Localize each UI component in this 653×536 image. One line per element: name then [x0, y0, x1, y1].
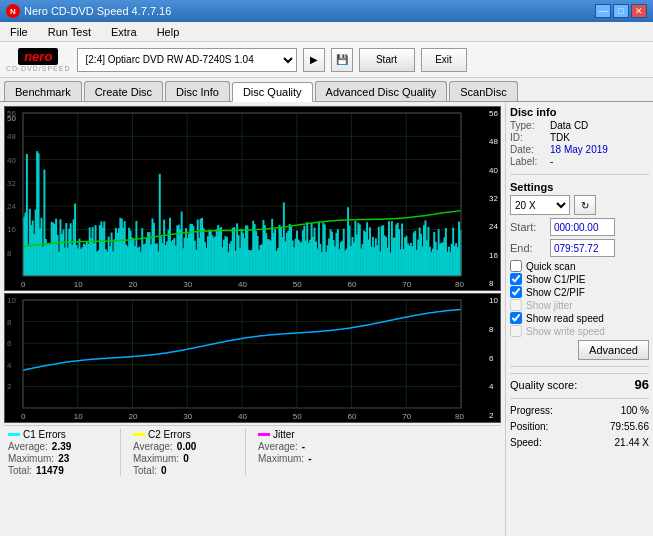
show-jitter-checkbox[interactable]	[510, 299, 522, 311]
c1-max-value: 23	[58, 453, 69, 464]
position-value: 79:55.66	[610, 421, 649, 432]
jitter-color-indicator	[258, 433, 270, 436]
chart-area: 56 48 40 32 24 16 8 10 8 6 4 2	[0, 102, 505, 536]
maximize-button[interactable]: □	[613, 4, 629, 18]
title-bar: N Nero CD-DVD Speed 4.7.7.16 — □ ✕	[0, 0, 653, 22]
close-button[interactable]: ✕	[631, 4, 647, 18]
show-c2-pif-checkbox[interactable]	[510, 286, 522, 298]
divider-2	[510, 366, 649, 367]
bottom-chart-canvas	[5, 294, 483, 422]
menu-extra[interactable]: Extra	[105, 24, 143, 40]
start-time-row: Start:	[510, 218, 649, 236]
c2-avg-label: Average:	[133, 441, 173, 452]
bottom-chart-y-labels: 10 8 6 4 2	[489, 294, 498, 422]
legend-sep-2	[245, 429, 246, 476]
c2-label: C2 Errors	[148, 429, 191, 440]
toolbar: nero CD·DVD/SPEED [2:4] Optiarc DVD RW A…	[0, 42, 653, 78]
divider-3	[510, 398, 649, 399]
tab-advanced-disc-quality[interactable]: Advanced Disc Quality	[315, 81, 448, 101]
main-content: 56 48 40 32 24 16 8 10 8 6 4 2	[0, 102, 653, 536]
show-write-speed-label: Show write speed	[526, 326, 605, 337]
drive-select[interactable]: [2:4] Optiarc DVD RW AD-7240S 1.04	[77, 48, 297, 72]
position-row: Position: 79:55.66	[510, 421, 649, 432]
c2-total-label: Total:	[133, 465, 157, 476]
tab-benchmark[interactable]: Benchmark	[4, 81, 82, 101]
end-time-row: End:	[510, 239, 649, 257]
show-jitter-label: Show jitter	[526, 300, 573, 311]
id-value: TDK	[550, 132, 570, 143]
start-label: Start:	[510, 221, 546, 233]
legend-c2: C2 Errors Average: 0.00 Maximum: 0 Total…	[133, 429, 233, 476]
end-label: End:	[510, 242, 546, 254]
legend-area: C1 Errors Average: 2.39 Maximum: 23 Tota…	[4, 425, 501, 479]
quality-score-value: 96	[635, 377, 649, 392]
show-write-speed-checkbox[interactable]	[510, 325, 522, 337]
date-label: Date:	[510, 144, 546, 155]
speed-label: Speed:	[510, 437, 542, 448]
c1-avg-value: 2.39	[52, 441, 71, 452]
start-button[interactable]: Start	[359, 48, 415, 72]
eject-button[interactable]: ▶	[303, 48, 325, 72]
c1-label: C1 Errors	[23, 429, 66, 440]
show-jitter-row: Show jitter	[510, 299, 649, 311]
settings-title: Settings	[510, 181, 649, 193]
start-time-input[interactable]	[550, 218, 615, 236]
progress-label: Progress:	[510, 405, 553, 416]
c2-max-label: Maximum:	[133, 453, 179, 464]
minimize-button[interactable]: —	[595, 4, 611, 18]
jitter-avg-value: -	[302, 441, 305, 452]
end-time-input[interactable]	[550, 239, 615, 257]
title-bar-text: Nero CD-DVD Speed 4.7.7.16	[24, 5, 171, 17]
c2-color-indicator	[133, 433, 145, 436]
menu-run-test[interactable]: Run Test	[42, 24, 97, 40]
exit-button[interactable]: Exit	[421, 48, 467, 72]
legend-sep-1	[120, 429, 121, 476]
nero-logo-text: nero	[18, 48, 58, 65]
menu-bar: File Run Test Extra Help	[0, 22, 653, 42]
divider-1	[510, 174, 649, 175]
speed-select[interactable]: 20 X	[510, 195, 570, 215]
show-c2-pif-label: Show C2/PIF	[526, 287, 585, 298]
c1-color-indicator	[8, 433, 20, 436]
show-read-speed-checkbox[interactable]	[510, 312, 522, 324]
progress-value: 100 %	[621, 405, 649, 416]
id-row: ID: TDK	[510, 132, 649, 143]
disc-info-section: Disc info Type: Data CD ID: TDK Date: 18…	[510, 106, 649, 168]
tab-disc-info[interactable]: Disc Info	[165, 81, 230, 101]
menu-help[interactable]: Help	[151, 24, 186, 40]
type-label: Type:	[510, 120, 546, 131]
quality-score-label: Quality score:	[510, 379, 577, 391]
label-row: Label: -	[510, 156, 649, 167]
date-row: Date: 18 May 2019	[510, 144, 649, 155]
quick-scan-checkbox[interactable]	[510, 260, 522, 272]
speed-row-2: Speed: 21.44 X	[510, 437, 649, 448]
jitter-avg-label: Average:	[258, 441, 298, 452]
id-label: ID:	[510, 132, 546, 143]
show-c1-pie-label: Show C1/PIE	[526, 274, 585, 285]
quick-scan-label: Quick scan	[526, 261, 575, 272]
advanced-button[interactable]: Advanced	[578, 340, 649, 360]
settings-section: Settings 20 X ↻ Start: End: Quick scan	[510, 181, 649, 360]
save-button[interactable]: 💾	[331, 48, 353, 72]
show-c1-pie-row: Show C1/PIE	[510, 273, 649, 285]
c2-total-value: 0	[161, 465, 167, 476]
app-icon: N	[6, 4, 20, 18]
title-bar-buttons[interactable]: — □ ✕	[595, 4, 647, 18]
jitter-label: Jitter	[273, 429, 295, 440]
top-chart-canvas	[5, 107, 483, 290]
quick-scan-row: Quick scan	[510, 260, 649, 272]
tab-create-disc[interactable]: Create Disc	[84, 81, 163, 101]
speed-refresh-button[interactable]: ↻	[574, 195, 596, 215]
tabs: Benchmark Create Disc Disc Info Disc Qua…	[0, 78, 653, 102]
label-value: -	[550, 156, 553, 167]
show-c1-pie-checkbox[interactable]	[510, 273, 522, 285]
jitter-max-label: Maximum:	[258, 453, 304, 464]
tab-disc-quality[interactable]: Disc Quality	[232, 82, 313, 102]
legend-c1: C1 Errors Average: 2.39 Maximum: 23 Tota…	[8, 429, 108, 476]
show-write-speed-row: Show write speed	[510, 325, 649, 337]
menu-file[interactable]: File	[4, 24, 34, 40]
tab-scan-disc[interactable]: ScanDisc	[449, 81, 517, 101]
label-label: Label:	[510, 156, 546, 167]
disc-info-title: Disc info	[510, 106, 649, 118]
bottom-chart: 10 8 6 4 2	[4, 293, 501, 423]
